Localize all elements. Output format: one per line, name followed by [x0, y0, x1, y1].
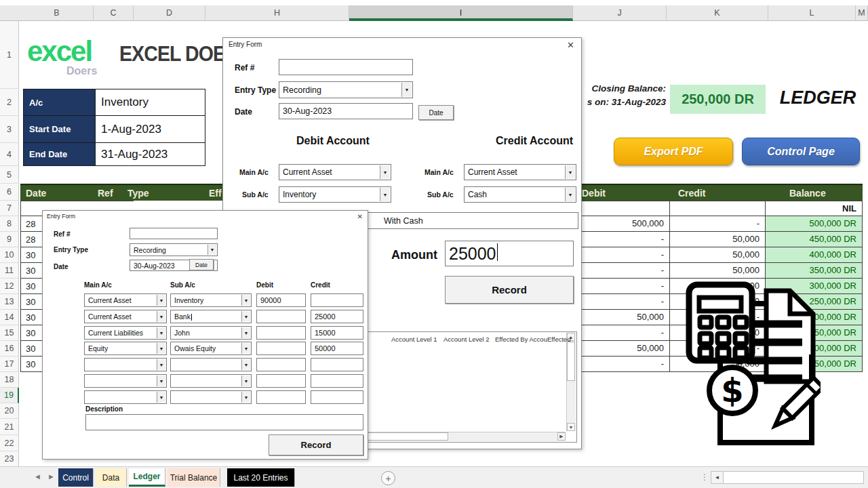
grid-main-ac-dropdown[interactable]: ▼: [84, 358, 167, 371]
chevron-down-icon[interactable]: ▼: [241, 359, 250, 370]
grid-credit-input[interactable]: [311, 390, 363, 404]
entry-type-dropdown[interactable]: Recording▼: [279, 81, 413, 98]
row-header-1[interactable]: 1: [0, 21, 19, 89]
row-header-6[interactable]: 6: [0, 184, 19, 201]
col-header-M[interactable]: M: [856, 5, 868, 21]
tab-scroll-left-icon[interactable]: ◄: [34, 472, 41, 481]
row-header-3[interactable]: 3: [0, 116, 19, 143]
chevron-down-icon[interactable]: ▼: [157, 295, 165, 306]
grid-sub-ac-dropdown[interactable]: ▼: [170, 358, 252, 371]
grid-sub-ac-dropdown[interactable]: ▼: [170, 374, 252, 388]
chevron-down-icon[interactable]: ▼: [157, 375, 165, 386]
credit-sub-ac-dropdown[interactable]: Cash▼: [464, 186, 576, 203]
chevron-down-icon[interactable]: ▼: [157, 359, 165, 370]
grid-sub-ac-dropdown[interactable]: Inventory▼: [170, 293, 252, 307]
chevron-down-icon[interactable]: ▼: [157, 343, 165, 354]
chevron-down-icon[interactable]: ▼: [208, 245, 216, 255]
col-header-I[interactable]: I: [349, 5, 573, 21]
row-header-17[interactable]: 17: [0, 357, 19, 372]
control-page-button[interactable]: Control Page: [742, 138, 860, 165]
row-header-7[interactable]: 7: [0, 201, 19, 216]
chevron-down-icon[interactable]: ▼: [157, 327, 165, 338]
ref-input[interactable]: [130, 228, 218, 239]
grid-main-ac-dropdown[interactable]: Current Asset▼: [84, 293, 167, 307]
chevron-down-icon[interactable]: ▼: [157, 392, 165, 403]
tab-scroll-right-icon[interactable]: ►: [47, 472, 55, 481]
chevron-down-icon[interactable]: ▼: [565, 165, 575, 179]
chevron-down-icon[interactable]: ▼: [241, 343, 250, 354]
grid-debit-input[interactable]: [256, 326, 306, 340]
record-button[interactable]: Record: [269, 434, 363, 455]
row-header-8[interactable]: 8: [0, 216, 19, 232]
row-header-15[interactable]: 15: [0, 325, 19, 341]
add-sheet-icon[interactable]: +: [381, 471, 395, 485]
row-header-12[interactable]: 12: [0, 279, 19, 294]
scroll-left-icon[interactable]: ◄: [711, 472, 724, 483]
grid-sub-ac-dropdown[interactable]: John▼: [170, 326, 252, 340]
col-header-K[interactable]: K: [667, 5, 768, 21]
grid-credit-input[interactable]: 50000: [311, 342, 363, 355]
amount-input[interactable]: 25000: [445, 241, 574, 266]
description-input[interactable]: [85, 414, 363, 430]
listbox-vscrollbar[interactable]: ▲ ▼: [566, 333, 576, 431]
grid-main-ac-dropdown[interactable]: Equity▼: [84, 342, 167, 355]
ref-input[interactable]: [279, 59, 413, 75]
scroll-down-icon[interactable]: ▼: [567, 423, 575, 431]
record-button[interactable]: Record: [445, 276, 574, 304]
chevron-down-icon[interactable]: ▼: [241, 295, 250, 306]
info-value[interactable]: Inventory: [95, 89, 205, 115]
grid-debit-input[interactable]: [256, 310, 306, 323]
grid-credit-input[interactable]: [311, 358, 363, 371]
grid-debit-input[interactable]: 90000: [256, 293, 306, 307]
tab-ledger[interactable]: Ledger: [129, 468, 165, 487]
row-header-5[interactable]: 5: [0, 166, 19, 184]
row-header-9[interactable]: 9: [0, 232, 19, 247]
debit-sub-ac-dropdown[interactable]: Inventory▼: [279, 186, 391, 203]
row-header-22[interactable]: 22: [0, 435, 19, 451]
chevron-down-icon[interactable]: ▼: [380, 188, 390, 201]
sheet-hscrollbar[interactable]: ◄: [711, 471, 864, 484]
grid-debit-input[interactable]: [256, 374, 306, 388]
date-picker-button[interactable]: Date: [189, 259, 214, 270]
grid-debit-input[interactable]: [256, 358, 306, 371]
grid-credit-input[interactable]: [311, 374, 363, 388]
date-picker-button[interactable]: Date: [418, 105, 454, 120]
row-header-10[interactable]: 10: [0, 247, 19, 263]
close-icon[interactable]: ✕: [357, 212, 363, 221]
col-header-L[interactable]: L: [768, 5, 856, 21]
row-header-13[interactable]: 13: [0, 294, 19, 310]
debit-main-ac-dropdown[interactable]: Current Asset▼: [279, 164, 391, 180]
col-header-H[interactable]: H: [205, 5, 349, 21]
chevron-down-icon[interactable]: ▼: [157, 311, 165, 322]
row-header-2[interactable]: 2: [0, 89, 19, 116]
tab-last-20-entries[interactable]: Last 20 Entries: [227, 468, 295, 487]
grid-debit-input[interactable]: [256, 390, 306, 404]
scroll-thumb[interactable]: [567, 342, 575, 381]
grid-credit-input[interactable]: 15000: [311, 326, 363, 340]
row-header-4[interactable]: 4: [0, 143, 19, 166]
grid-credit-input[interactable]: 25000: [311, 310, 363, 323]
grid-sub-ac-dropdown[interactable]: Bank▼: [170, 310, 252, 323]
row-header-16[interactable]: 16: [0, 341, 19, 357]
row-header-19[interactable]: 19: [0, 388, 19, 403]
credit-main-ac-dropdown[interactable]: Current Asset▼: [464, 164, 576, 180]
tab-splitter-grip[interactable]: ⋮: [701, 472, 709, 482]
grid-debit-input[interactable]: [256, 342, 306, 355]
tab-data[interactable]: Data: [96, 468, 127, 487]
info-value[interactable]: 1-Aug-2023: [95, 116, 205, 142]
chevron-down-icon[interactable]: ▼: [241, 327, 250, 338]
grid-credit-input[interactable]: [311, 293, 363, 307]
info-value[interactable]: 31-Aug-2023: [95, 143, 205, 165]
grid-main-ac-dropdown[interactable]: ▼: [84, 374, 167, 388]
entry-type-dropdown[interactable]: Recording▼: [130, 243, 218, 256]
chevron-down-icon[interactable]: ▼: [401, 83, 412, 97]
chevron-down-icon[interactable]: ▼: [565, 188, 575, 201]
row-header-21[interactable]: 21: [0, 419, 19, 435]
date-input[interactable]: 30-Aug-2023: [279, 103, 413, 119]
tab-control[interactable]: Control: [58, 468, 94, 487]
tab-trial-balance[interactable]: Trial Balance: [167, 468, 220, 487]
row-header-11[interactable]: 11: [0, 263, 19, 279]
col-header-C[interactable]: C: [94, 5, 134, 21]
col-header-D[interactable]: D: [134, 5, 205, 21]
scroll-right-icon[interactable]: ▶: [557, 432, 566, 441]
